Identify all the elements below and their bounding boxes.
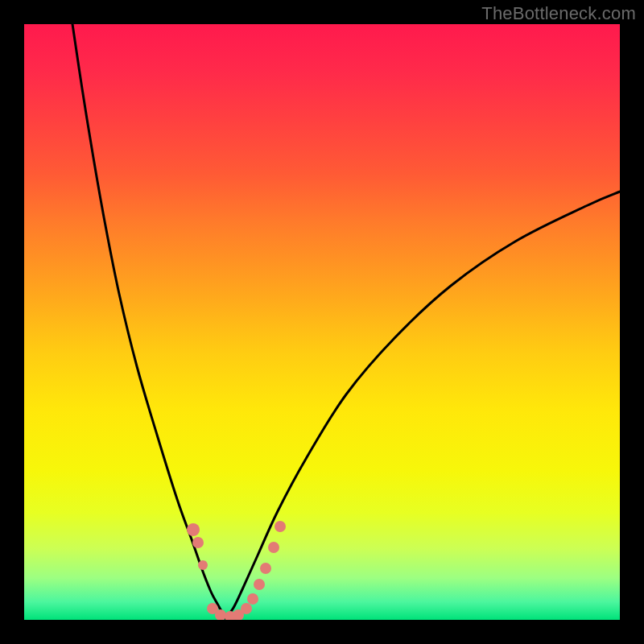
data-point [198,560,208,570]
curve-left-branch [72,24,225,618]
data-point [247,593,258,605]
plot-area [24,24,620,620]
data-point [268,542,279,553]
data-point [187,523,200,536]
data-point [260,563,271,574]
data-point [241,603,252,614]
data-point [192,537,204,548]
data-point [254,579,265,590]
data-point [275,521,286,532]
curve-right-branch [225,192,620,618]
chart-frame: TheBottleneck.com [0,0,644,644]
watermark-text: TheBottleneck.com [481,3,636,24]
chart-svg [24,24,620,620]
